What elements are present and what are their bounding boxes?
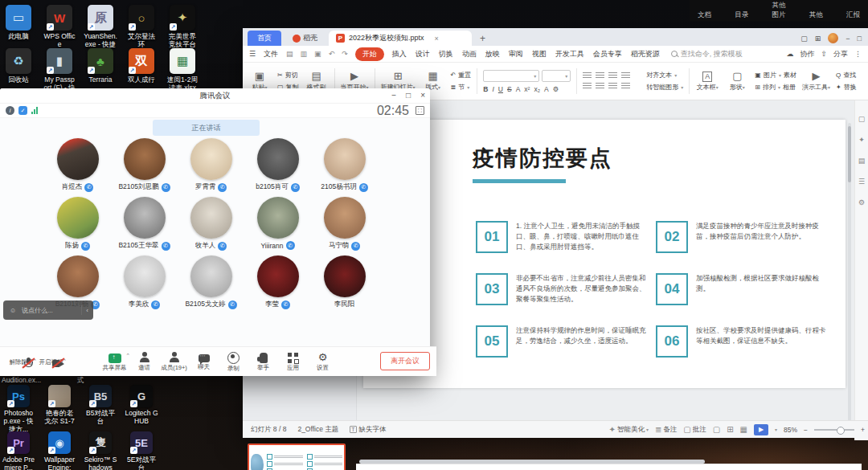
menu-start[interactable]: 开始	[355, 47, 384, 61]
shapes-button[interactable]: ▢形状▾	[725, 71, 749, 92]
command-search-input[interactable]: 查找命令, 搜索模板	[671, 49, 743, 59]
bg-tab-doc[interactable]: 文档	[698, 10, 711, 20]
menu-transition[interactable]: 切换	[438, 47, 454, 61]
close-tab-icon[interactable]: ×	[435, 35, 439, 43]
new-tab-button[interactable]: +	[477, 33, 489, 46]
bg-tab-other[interactable]: 其他	[809, 10, 823, 20]
font-color-button[interactable]: A	[516, 85, 521, 93]
tab-docer[interactable]: 稻壳	[286, 31, 324, 46]
desktop-icon-photoshop[interactable]: PsPhotoshop.exe - 快捷方...	[2, 385, 35, 434]
justify-icon[interactable]	[621, 83, 630, 90]
cloud-sync-icon[interactable]: ☁	[786, 50, 793, 58]
desktop-icon-b5[interactable]: B5B5对战平台	[84, 385, 117, 434]
bullet-list-icon[interactable]	[583, 72, 592, 80]
apps-grid-icon[interactable]: ⊞	[815, 35, 821, 43]
menu-slideshow[interactable]: 放映	[485, 47, 501, 61]
menu-view[interactable]: 视图	[531, 47, 547, 61]
cut-button[interactable]: ✂剪切	[277, 71, 299, 80]
superscript-button[interactable]: x²	[524, 85, 530, 93]
zoom-in-button[interactable]: +	[861, 426, 865, 434]
participant-tile[interactable]: 罗霄霄✆	[178, 138, 244, 197]
share-button[interactable]: 分享	[833, 49, 848, 59]
share-screen-button[interactable]: ⌃共享屏幕	[100, 352, 129, 372]
minimize-window-icon[interactable]: −	[845, 35, 850, 43]
font-family-select[interactable]: ▾	[483, 70, 539, 82]
menu-docer-res[interactable]: 稻壳资源	[630, 47, 661, 61]
slide-item-01[interactable]: 011. 注意个人卫生，避免用未清洁的手触摸口、眼、鼻，打喷嚏、咳嗽时用纸巾遮住…	[476, 221, 647, 253]
reset-button[interactable]: ↶重置	[451, 71, 472, 80]
raise-hand-button[interactable]: 举手	[248, 352, 278, 372]
zoom-slider-knob[interactable]	[837, 427, 845, 435]
presentation-tools-button[interactable]: ▶演示工具▾	[802, 71, 830, 92]
zoom-level[interactable]: 85%	[784, 426, 797, 434]
smart-graphic-button[interactable]: 转智能图形▾	[646, 83, 683, 92]
align-right-icon[interactable]	[608, 83, 617, 90]
highlight-button[interactable]: A	[544, 85, 549, 93]
chat-placeholder[interactable]: 说点什么...	[22, 306, 53, 315]
chat-quick-bubble[interactable]: ☺ 说点什么... ‹	[3, 300, 93, 320]
properties-icon[interactable]: ▢	[858, 115, 866, 123]
slide-title[interactable]: 疫情防控要点	[473, 144, 612, 173]
slide-item-05[interactable]: 05注意保持科学规律的作息时间，保证睡眠充足，劳逸结合，减少久坐，适度运动。	[476, 325, 647, 358]
missing-font-label[interactable]: 缺失字体	[359, 425, 387, 435]
user-avatar[interactable]	[828, 33, 838, 43]
menu-review[interactable]: 审阅	[508, 47, 524, 61]
desktop-icon-logitech[interactable]: GLogitech G HUB	[125, 385, 158, 434]
bold-button[interactable]: B	[483, 85, 488, 93]
slide-item-04[interactable]: 04加强核酸检测，根据社区要求做好核酸检测。	[656, 273, 827, 305]
replace-button[interactable]: ✦替换	[836, 83, 857, 92]
menu-insert[interactable]: 插入	[391, 47, 407, 61]
desktop-icon-sekiro[interactable]: 隻Sekiro™ Shadows D...	[84, 431, 117, 470]
char-settings-button[interactable]: ⚙	[553, 85, 559, 93]
layout-switch-icon[interactable]: ▢	[800, 35, 808, 43]
indent-decrease-icon[interactable]	[608, 72, 617, 80]
unmute-button[interactable]: ⌃解除静音	[6, 358, 36, 366]
menu-file[interactable]: 文件	[263, 47, 279, 61]
participant-tile[interactable]: B2105戈文婷✆	[178, 255, 244, 314]
participant-tile[interactable]: 李莹✆	[244, 255, 311, 314]
play-options-chevron-icon[interactable]: ▾	[775, 427, 777, 432]
participant-tile[interactable]: 马宁萌✆	[311, 197, 378, 255]
members-button[interactable]: 成员(19+)	[159, 351, 189, 372]
normal-view-icon[interactable]: ▢	[713, 425, 720, 434]
zoom-out-button[interactable]: −	[804, 426, 808, 434]
slideshow-play-button[interactable]: ▶	[754, 424, 768, 435]
insert-picture-button[interactable]: ▣图片▾素材	[755, 71, 796, 80]
collapse-icon[interactable]: ‹	[86, 307, 88, 314]
font-size-select[interactable]: ▾	[542, 70, 571, 82]
textbox-button[interactable]: A文本框▾	[695, 72, 719, 92]
record-button[interactable]: 录制	[219, 351, 248, 373]
italic-button[interactable]: I	[492, 85, 493, 93]
menu-design[interactable]: 设计	[415, 47, 431, 61]
align-text-button[interactable]: 对齐文本▾	[646, 71, 683, 80]
desktop-icon-premiere[interactable]: PrAdobe Premiere P...	[2, 431, 35, 470]
beautify-icon[interactable]: ✦	[858, 136, 865, 144]
tab-document[interactable]: P 2022秋季返校须知.pptx ×	[329, 31, 472, 46]
slide-sorter-view-icon[interactable]: ⊞	[727, 425, 733, 434]
collaborate-button[interactable]: 协作	[800, 49, 814, 59]
underline-button[interactable]: U	[498, 85, 503, 93]
covered-icon-label[interactable]: Audition.ex...	[2, 376, 41, 384]
notes-pane[interactable]: ≣ 单击此处添加备注	[356, 464, 862, 470]
participant-tile[interactable]: Yiiirann✆	[244, 197, 311, 255]
slide-thumbnail-selected[interactable]	[248, 443, 346, 470]
security-shield-icon[interactable]: ✓	[18, 106, 27, 115]
share-icon[interactable]: ⇧	[821, 50, 827, 58]
maximize-meeting-icon[interactable]: □	[406, 88, 411, 103]
indent-increase-icon[interactable]	[621, 72, 630, 80]
participant-tile[interactable]: B2105王华翠✆	[111, 197, 178, 255]
meeting-info-icon[interactable]: i	[6, 106, 14, 115]
smart-beautify-button[interactable]: ✦智能美化▾	[608, 425, 648, 435]
comments-toggle-button[interactable]: ▢批注	[683, 425, 706, 435]
section-button[interactable]: ≣节▾	[451, 83, 472, 92]
bg-tab-report[interactable]: 汇报	[846, 10, 860, 20]
bg-tab-pic[interactable]: 图片	[772, 10, 786, 20]
slide-item-02[interactable]: 02满足疫苗接种的青少年应注意及时接种疫苗，接种疫苗后仍需注意个人防护。	[656, 221, 827, 253]
participant-tile[interactable]: 2105杨书玥✆	[311, 138, 378, 197]
resource-icon[interactable]: ▤	[858, 157, 866, 165]
desktop-icon-5e[interactable]: 5E5E对战平台	[125, 431, 158, 470]
undo-icon[interactable]: ↶	[329, 50, 335, 58]
align-left-icon[interactable]	[583, 83, 592, 90]
participant-tile[interactable]: B2105刘思鹏✆	[111, 138, 178, 197]
chevron-up-icon[interactable]: ⌃	[62, 358, 67, 365]
